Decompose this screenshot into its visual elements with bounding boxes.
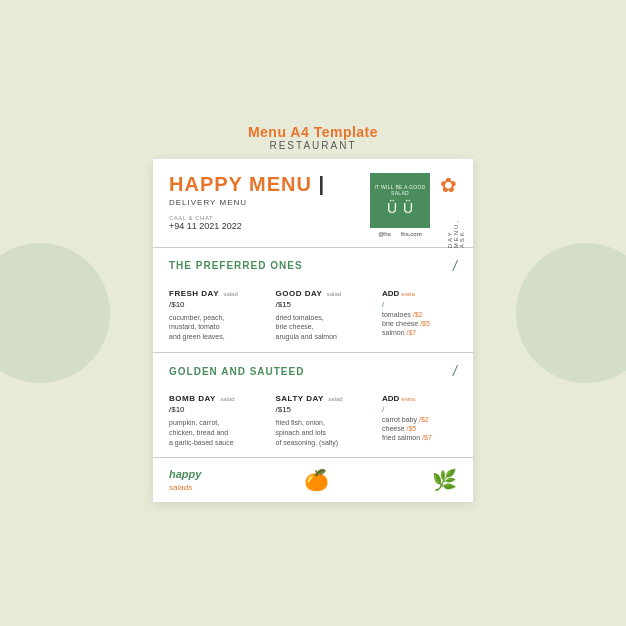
extra-label-1: extra xyxy=(402,291,415,297)
menu-item-salty-day: SALTY DAY SALAD /$15 fried fish, onion,s… xyxy=(276,387,375,447)
header-right: ✿ xyxy=(440,173,457,197)
social-links: @hs \hs.com xyxy=(378,231,421,237)
page-title: Menu A4 Template xyxy=(248,124,378,140)
extra-carrot-baby: carrot baby /$2 xyxy=(382,416,457,423)
extra-tomatoes: tomatoes /$2 xyxy=(382,311,457,318)
side-text: DAY MENU, ASK. xyxy=(447,219,465,248)
fresh-day-name: FRESH DAY SALAD xyxy=(169,282,268,300)
menu-item-good-day: GOOD DAY SALAD /$15 dried tomatoes,brie … xyxy=(276,282,375,342)
golden-extras: ADD extra / carrot baby /$2 cheese /$5 f… xyxy=(382,387,457,447)
bomb-day-price: /$10 xyxy=(169,405,268,414)
footer-orange-icon: 🍊 xyxy=(304,468,329,492)
section-golden-header: GOLDEN AND SAUTEED / xyxy=(169,363,457,379)
delivery-menu-label: DELIVERY MENU xyxy=(169,198,360,207)
salty-day-name: SALTY DAY SALAD xyxy=(276,387,375,405)
good-day-name: GOOD DAY SALAD xyxy=(276,282,375,300)
extra-brie-cheese: brie cheese /$5 xyxy=(382,320,457,327)
fresh-day-price: /$10 xyxy=(169,300,268,309)
bg-circle-right xyxy=(516,243,626,383)
section-golden-title: GOLDEN AND SAUTEED xyxy=(169,366,304,377)
header-center: IT WILL BE A GOOD SALAD Ü Ü @hs \hs.com xyxy=(370,173,430,237)
header-left: HAPPY MENU | DELIVERY MENU CAAL & CHAT +… xyxy=(169,173,360,231)
bg-circle-left xyxy=(0,243,110,383)
menu-item-fresh-day: FRESH DAY SALAD /$10 cucumber, peach,mus… xyxy=(169,282,268,342)
menu-header: HAPPY MENU | DELIVERY MENU CAAL & CHAT +… xyxy=(153,159,473,248)
green-box: IT WILL BE A GOOD SALAD Ü Ü xyxy=(370,173,430,228)
golden-items-row: BOMB DAY SALAD /$10 pumpkin, carrot,chic… xyxy=(169,387,457,447)
preferred-extras: ADD extra / tomatoes /$2 brie cheese /$5… xyxy=(382,282,457,342)
extra-slash-1: / xyxy=(382,300,457,309)
fresh-day-desc: cucumber, peach,mustard, tomatoand green… xyxy=(169,313,268,342)
social-url: \hs.com xyxy=(401,231,422,237)
good-day-desc: dried tomatoes,brie cheese,arugula and s… xyxy=(276,313,375,342)
golden-extras-header: ADD extra xyxy=(382,387,457,405)
cursor: | xyxy=(319,173,326,195)
extra-cheese: cheese /$5 xyxy=(382,425,457,432)
salty-day-desc: fried fish, onion,spinach and lotsof sea… xyxy=(276,418,375,447)
footer-leaf-icon: 🌿 xyxy=(432,468,457,492)
preferred-extras-header: ADD extra xyxy=(382,282,457,300)
happy-menu-title: HAPPY MENU | xyxy=(169,173,360,196)
face-icon-1: Ü xyxy=(387,200,397,216)
footer-logo-line1: happy xyxy=(169,468,201,480)
bomb-day-desc: pumpkin, carrot,chicken, bread anda garl… xyxy=(169,418,268,447)
face-icon-2: Ü xyxy=(403,200,413,216)
menu-item-bomb-day: BOMB DAY SALAD /$10 pumpkin, carrot,chic… xyxy=(169,387,268,447)
page-subtitle: RESTAURANT xyxy=(269,140,356,151)
flower-icon: ✿ xyxy=(440,173,457,197)
face-icons: Ü Ü xyxy=(387,200,413,216)
social-at: @hs xyxy=(378,231,390,237)
menu-footer: happy salads 🍊 🌿 xyxy=(153,458,473,502)
section-preferred-title: THE PREFERRED ONES xyxy=(169,260,303,271)
section-golden-slash: / xyxy=(453,363,457,379)
section-preferred-slash: / xyxy=(453,258,457,274)
bomb-day-name: BOMB DAY SALAD xyxy=(169,387,268,405)
section-preferred: THE PREFERRED ONES / FRESH DAY SALAD /$1… xyxy=(153,248,473,353)
extra-fried-salmon: fried salmon /$7 xyxy=(382,434,457,441)
happy-menu-text: HAPPY MENU xyxy=(169,173,312,195)
contact-section: CAAL & CHAT +94 11 2021 2022 xyxy=(169,215,360,231)
page-wrapper: Menu A4 Template RESTAURANT HAPPY MENU |… xyxy=(153,124,473,503)
menu-card: HAPPY MENU | DELIVERY MENU CAAL & CHAT +… xyxy=(153,159,473,503)
green-box-text: IT WILL BE A GOOD SALAD xyxy=(374,184,426,196)
extra-slash-2: / xyxy=(382,405,457,414)
good-day-price: /$15 xyxy=(276,300,375,309)
footer-logo: happy salads xyxy=(169,468,201,492)
preferred-items-row: FRESH DAY SALAD /$10 cucumber, peach,mus… xyxy=(169,282,457,342)
section-golden: GOLDEN AND SAUTEED / BOMB DAY SALAD /$10… xyxy=(153,353,473,458)
phone-number: +94 11 2021 2022 xyxy=(169,221,360,231)
footer-logo-line2: salads xyxy=(169,483,192,492)
extra-label-2: extra xyxy=(402,396,415,402)
extra-salmon: salmon /$7 xyxy=(382,329,457,336)
salty-day-price: /$15 xyxy=(276,405,375,414)
section-preferred-header: THE PREFERRED ONES / xyxy=(169,258,457,274)
